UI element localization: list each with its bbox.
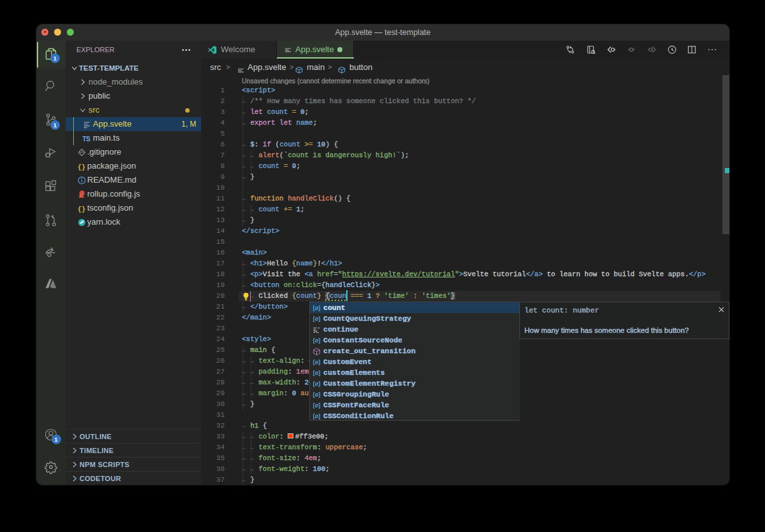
svg-text:TS: TS	[82, 135, 90, 142]
svg-text:{}: {}	[78, 205, 85, 213]
svg-text:{}: {}	[78, 163, 85, 171]
